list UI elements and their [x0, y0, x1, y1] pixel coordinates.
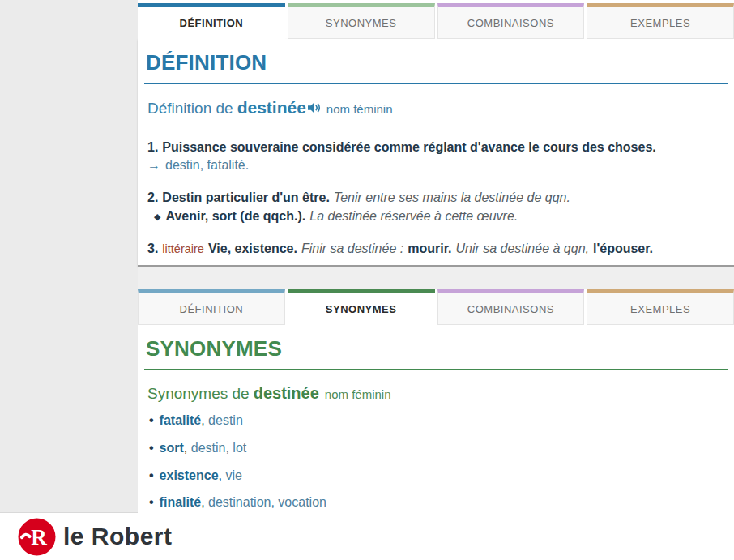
- usage-example: Unir sa destinée à qqn,: [455, 242, 589, 255]
- definition-entry-3: 3.littéraireVie, existence.Finir sa dest…: [147, 240, 728, 257]
- footer: R le Robert: [0, 513, 734, 560]
- definition-entries: 1.Puissance souveraine considérée comme …: [147, 139, 728, 257]
- intro-prefix: Synonymes de: [147, 385, 250, 402]
- synonym-link-primary[interactable]: fatalité: [160, 413, 202, 427]
- tab-exemples[interactable]: EXEMPLES: [587, 3, 734, 39]
- entry-number: 3.: [147, 242, 158, 255]
- synonym-row: •finalité, destination, vocation: [149, 494, 728, 511]
- usage-example: La destinée réservée à cette œuvre.: [309, 209, 518, 223]
- bullet-icon: •: [149, 495, 154, 509]
- usage-example: Tenir entre ses mains la destinée de qqn…: [334, 190, 570, 204]
- section-divider: [144, 83, 728, 84]
- tab-synonymes[interactable]: SYNONYMES: [288, 3, 435, 39]
- le-robert-logo[interactable]: R le Robert: [18, 518, 173, 556]
- le-robert-logo-mark: R: [18, 518, 56, 556]
- synonym-link[interactable]: destin: [208, 413, 243, 427]
- definition-entry-2: 2.Destin particulier d'un être.Tenir ent…: [147, 189, 728, 225]
- entry-1-text: 1.Puissance souveraine considérée comme …: [147, 139, 728, 156]
- synonym-link[interactable]: destination: [208, 495, 271, 509]
- speaker-icon[interactable]: [308, 100, 321, 118]
- related-word-link[interactable]: fatalité: [207, 158, 245, 172]
- tab-synonymes[interactable]: SYNONYMES: [288, 289, 435, 325]
- gloss: l'épouser.: [593, 242, 653, 255]
- part-of-speech: nom féminin: [325, 387, 391, 401]
- definition-panel: DÉFINITION Définition dedestinéenom fémi…: [138, 39, 734, 267]
- tab-definition[interactable]: DÉFINITION: [138, 3, 285, 39]
- entry-definition: Vie, existence.: [208, 242, 297, 255]
- tab-combinaisons[interactable]: COMBINAISONS: [437, 3, 585, 39]
- dictionary-content: DÉFINITION SYNONYMES COMBINAISONS EXEMPL…: [138, 0, 734, 511]
- entry-1-related: →destin, fatalité.: [147, 156, 728, 173]
- synonym-link-primary[interactable]: sort: [160, 441, 184, 455]
- definition-tab-bar: DÉFINITION SYNONYMES COMBINAISONS EXEMPL…: [138, 3, 734, 39]
- page-background-rail: [0, 0, 138, 513]
- section-divider: [144, 369, 728, 370]
- synonym-link-primary[interactable]: existence: [160, 468, 219, 482]
- headword: destinée: [237, 98, 306, 117]
- period: .: [245, 158, 249, 172]
- tab-combinaisons[interactable]: COMBINAISONS: [437, 289, 585, 325]
- synonyms-section-title: SYNONYMES: [146, 336, 728, 361]
- synonyms-panel: SYNONYMES Synonymes dedestinéenom fémini…: [138, 325, 734, 511]
- headword: destinée: [254, 384, 319, 402]
- tab-exemples[interactable]: EXEMPLES: [587, 289, 734, 325]
- usage-example: Finir sa destinée :: [301, 242, 403, 255]
- synonym-link[interactable]: destin: [191, 441, 226, 455]
- definition-intro: Définition dedestinéenom féminin: [147, 98, 728, 118]
- related-word-link[interactable]: destin: [165, 158, 200, 172]
- bullet-icon: •: [149, 413, 154, 427]
- bullet-icon: •: [149, 468, 154, 482]
- gloss: mourir.: [408, 242, 451, 255]
- synonyms-tab-bar: DÉFINITION SYNONYMES COMBINAISONS EXEMPL…: [138, 289, 734, 325]
- synonym-row: •fatalité, destin: [149, 413, 728, 430]
- synonym-link[interactable]: vie: [225, 468, 241, 482]
- synonyms-list: •fatalité, destin •sort, destin, lot •ex…: [149, 413, 728, 511]
- synonym-link-primary[interactable]: finalité: [160, 495, 202, 509]
- part-of-speech: nom féminin: [326, 102, 393, 116]
- register-label: littéraire: [162, 242, 204, 255]
- brand-wordmark: le Robert: [63, 523, 173, 550]
- synonym-link[interactable]: vocation: [278, 495, 326, 509]
- entry-number: 1.: [147, 140, 158, 154]
- definition-section-title: DÉFINITION: [146, 50, 728, 75]
- separator: ,: [200, 158, 207, 172]
- intro-prefix: Définition de: [147, 100, 233, 117]
- entry-number: 2.: [147, 190, 158, 204]
- bullet-icon: •: [149, 441, 154, 455]
- tab-definition[interactable]: DÉFINITION: [138, 289, 285, 325]
- definition-entry-1: 1.Puissance souveraine considérée comme …: [147, 139, 728, 174]
- entry-2-subsense: ◆Avenir, sort (de qqch.).La destinée rés…: [154, 207, 728, 224]
- synonym-link[interactable]: lot: [233, 441, 246, 455]
- entry-2-text: 2.Destin particulier d'un être.Tenir ent…: [147, 189, 728, 206]
- arrow-icon: →: [147, 158, 160, 172]
- subsense-definition: Avenir, sort (de qqch.).: [165, 209, 305, 223]
- synonym-row: •sort, destin, lot: [149, 440, 728, 457]
- svg-text:R: R: [31, 525, 47, 549]
- synonym-row: •existence, vie: [149, 468, 728, 485]
- diamond-icon: ◆: [154, 212, 160, 221]
- synonyms-intro: Synonymes dedestinéenom féminin: [147, 384, 728, 403]
- entry-definition: Puissance souveraine considérée comme ré…: [162, 140, 655, 154]
- entry-definition: Destin particulier d'un être.: [162, 190, 330, 204]
- section-gap: [138, 267, 734, 289]
